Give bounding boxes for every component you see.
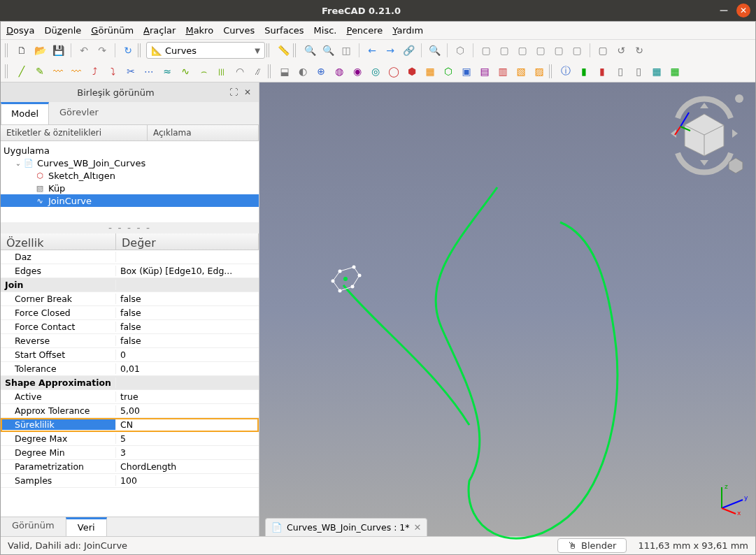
prop-row[interactable]: Degree Max5 [1,432,259,446]
front-view-button[interactable]: ▢ [478,42,494,59]
trim-face-button[interactable]: ◐ [294,63,311,80]
tab-data[interactable]: Veri [66,517,107,536]
toolbar-handle[interactable] [138,43,142,57]
tree-item-cube[interactable]: ▧ Küp [1,182,259,194]
mixed-curve-button[interactable]: 〰 [68,63,85,80]
gordon-surface-button[interactable]: ⬢ [404,63,420,80]
prop-value[interactable]: ChordLength [116,461,259,472]
fit-selection-button[interactable]: 🔍 [320,42,336,59]
pipeshell-button[interactable]: ◯ [385,63,402,80]
tree-root[interactable]: Uygulama [1,144,259,157]
redo-button[interactable]: ↷ [94,42,110,59]
prop-row[interactable]: Reversefalse [1,334,259,348]
extend-curve-button[interactable]: ⤴ [86,63,103,80]
reflect-lines-button[interactable]: ⫽ [250,63,266,80]
prop-row[interactable]: Samples100 [1,474,259,488]
menu-curves[interactable]: Curves [223,25,255,36]
prop-value[interactable]: 100 [116,475,259,486]
prop-value[interactable]: CN [116,419,259,430]
minimize-button[interactable]: — [717,3,731,17]
nav-back-button[interactable]: ← [364,42,380,59]
reflect-button[interactable]: ▣ [458,63,475,80]
prop-value[interactable]: Box (Küp) [Edge10, Edg... [116,266,259,276]
save-file-button[interactable]: 💾 [50,42,66,59]
prop-row[interactable]: Corner Breakfalse [1,292,259,306]
join-curve-button[interactable]: ⤵ [104,63,121,80]
workbench-selector[interactable]: 📐 Curves ▼ [146,42,265,59]
edit-curve-button[interactable]: ✎ [31,63,48,80]
prop-value[interactable]: 5,00 [116,405,259,416]
menu-windows[interactable]: Pencere [346,25,383,36]
prop-row[interactable]: Tolerance0,01 [1,362,259,376]
menu-macro[interactable]: Makro [185,25,213,36]
bottom-view-button[interactable]: ▢ [550,42,567,59]
prop-group[interactable]: Join [1,278,259,292]
line-tool-button[interactable]: ╱ [13,63,30,80]
menu-misc[interactable]: Misc. [314,25,337,36]
document-tree[interactable]: Uygulama ⌄ 📄 Curves_WB_Join_Curves ⬡ Ske… [1,141,259,222]
toolbar-handle[interactable] [549,64,553,78]
tree-item-joincurve[interactable]: ∿ JoinCurve [1,194,259,207]
paste-svg-button[interactable]: ▯ [612,63,629,80]
prop-value[interactable]: 0,01 [116,363,259,374]
sweep-profile-button[interactable]: ◉ [349,63,366,80]
prop-value[interactable]: false [116,308,259,318]
menu-view[interactable]: Görünüm [91,25,134,36]
prop-row[interactable]: Degree Min3 [1,446,259,460]
objects-to-console-button[interactable]: ▯ [630,63,647,80]
zebra-tool-button[interactable]: ⬓ [276,63,293,80]
menu-tools[interactable]: Araçlar [143,25,176,36]
prop-row[interactable]: EdgesBox (Küp) [Edge10, Edg... [1,264,259,278]
toolbar-handle[interactable] [5,64,9,78]
multiLoft-button[interactable]: ▤ [476,63,493,80]
expand-icon[interactable]: ⌄ [13,159,23,167]
prop-value[interactable]: 3 [116,447,259,458]
splitter-handle[interactable]: - - - - - [1,222,259,233]
split-curve-button[interactable]: ✂ [122,63,139,80]
prop-value[interactable]: false [116,336,259,346]
prop-value[interactable]: false [116,294,259,304]
toolbar-handle[interactable] [293,43,297,57]
prop-value[interactable]: true [116,391,259,402]
iso-curve-button[interactable]: ⊕ [313,63,329,80]
prop-row[interactable]: Approx Tolerance5,00 [1,404,259,418]
close-tab-icon[interactable]: ✕ [414,522,422,533]
open-file-button[interactable]: 📂 [31,42,48,59]
tab-view[interactable]: Görünüm [1,517,66,536]
tree-col-desc[interactable]: Açıklama [148,125,259,140]
3d-viewport[interactable]: z y x 📄 Curves_WB_Join_Curves : 1* ✕ [259,82,755,536]
interpolate-button[interactable]: ∿ [177,63,194,80]
custom-view-button[interactable]: ▢ [594,42,611,59]
segment-surface-button[interactable]: ▦ [422,63,438,80]
blend-curve-button[interactable]: ⌢ [195,63,212,80]
blend-surface-button[interactable]: ▥ [494,63,511,80]
rotation-sweep-button[interactable]: ▨ [531,63,548,80]
prop-row[interactable]: Start Offset0 [1,348,259,362]
new-file-button[interactable]: 🗋 [13,42,30,59]
tab-model[interactable]: Model [1,102,49,124]
curve-on-surface-button[interactable]: ◠ [231,63,248,80]
prop-row[interactable]: ParametrizationChordLength [1,460,259,474]
tree-item-sketch[interactable]: ⬡ Sketch_Altıgen [1,169,259,182]
prop-value[interactable]: 5 [116,433,259,444]
prop-col-value[interactable]: Değer [116,233,259,250]
prop-group[interactable]: Shape Approximation [1,376,259,390]
tree-col-labels[interactable]: Etiketler & öznitelikleri [1,125,148,140]
toolbar-handle[interactable] [266,43,271,57]
draw-style-button[interactable]: ◫ [338,42,355,59]
refresh-button[interactable]: ↻ [120,42,136,59]
prop-row[interactable]: Activetrue [1,390,259,404]
approximate-button[interactable]: ≈ [159,63,176,80]
prop-value[interactable]: 0 [116,349,259,360]
prop-row[interactable]: SüreklilikCN [1,418,259,432]
prop-row[interactable]: Daz [1,250,259,264]
right-view-button[interactable]: ▢ [514,42,531,59]
top-view-button[interactable]: ▢ [496,42,513,59]
expand-icon[interactable]: ⛶ [228,87,239,98]
toolbar-handle[interactable] [268,64,272,78]
tree-document[interactable]: ⌄ 📄 Curves_WB_Join_Curves [1,157,259,169]
menu-surfaces[interactable]: Surfaces [264,25,304,36]
iso-view-button[interactable]: ⬡ [452,42,469,59]
zoom-button[interactable]: 🔍 [426,42,443,59]
close-panel-icon[interactable]: ✕ [242,87,253,98]
